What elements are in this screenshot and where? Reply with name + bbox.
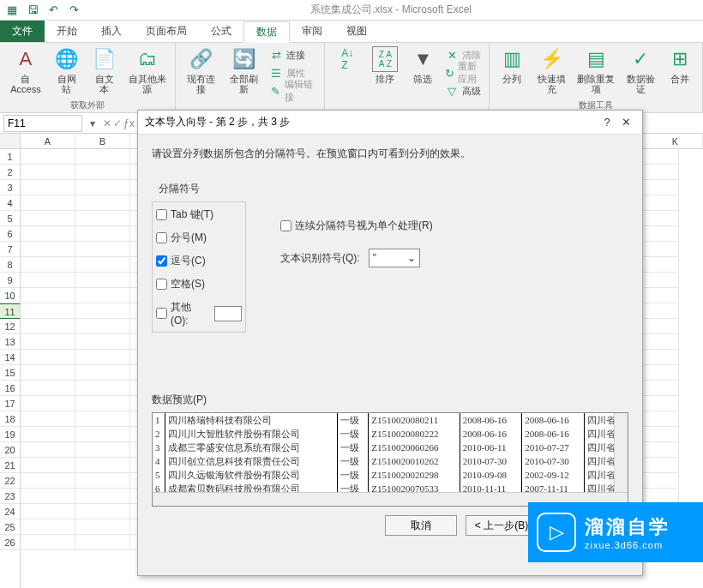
- row-header[interactable]: 7: [0, 242, 20, 257]
- undo-icon[interactable]: ↶: [45, 2, 62, 19]
- row-header[interactable]: 17: [0, 396, 20, 411]
- other-checkbox[interactable]: 其他(O):: [156, 300, 242, 327]
- dedup-button[interactable]: ▤删除重复项: [574, 45, 618, 99]
- close-icon[interactable]: ✕: [616, 116, 635, 129]
- consolidate-icon: ⊞: [667, 46, 693, 72]
- cancel-button[interactable]: 取消: [385, 515, 457, 536]
- preview-label: 数据预览(P): [152, 393, 628, 407]
- row-headers: 1 2 3 4 5 6 7 8 9 10 11 12 13 14 15 16 1…: [0, 149, 21, 588]
- fx-icon[interactable]: ƒx: [123, 117, 135, 129]
- space-checkbox[interactable]: 空格(S): [156, 277, 242, 291]
- help-button[interactable]: ?: [598, 116, 616, 129]
- namebox-dropdown-icon[interactable]: ▾: [86, 117, 99, 129]
- chevron-down-icon: ⌄: [407, 252, 416, 264]
- sort-button[interactable]: Z AA Z排序: [368, 45, 402, 112]
- refresh-all-button[interactable]: 🔄全部刷新: [225, 45, 265, 112]
- tab-home[interactable]: 开始: [45, 21, 89, 42]
- connections-row[interactable]: ⇄连接: [269, 46, 317, 63]
- back-button[interactable]: < 上一步(B): [466, 515, 538, 536]
- select-all-corner[interactable]: [0, 134, 21, 149]
- row-header[interactable]: 3: [0, 180, 20, 195]
- access-icon: A: [13, 46, 39, 72]
- confirm-icon[interactable]: ✓: [113, 117, 122, 129]
- ribbon-group-connections: 🔗现有连接 🔄全部刷新 ⇄连接 ☰属性 ✎编辑链接: [176, 43, 325, 112]
- row-header[interactable]: 23: [0, 489, 20, 504]
- texttocol-icon: ▥: [499, 46, 525, 72]
- consolidate-button[interactable]: ⊞合并: [663, 45, 697, 99]
- row-header[interactable]: 16: [0, 381, 20, 396]
- row-header[interactable]: 14: [0, 350, 20, 365]
- name-box[interactable]: F11: [3, 115, 82, 132]
- other-input[interactable]: [214, 306, 242, 321]
- col-header[interactable]: K: [648, 134, 703, 148]
- row-header[interactable]: 8: [0, 257, 20, 273]
- row-header[interactable]: 22: [0, 473, 20, 489]
- excel-icon: ▦: [3, 2, 21, 19]
- dialog-title: 文本导入向导 - 第 2 步，共 3 步: [145, 115, 598, 129]
- filter-icon: ▼: [410, 46, 436, 72]
- tab-view[interactable]: 视图: [334, 21, 379, 42]
- from-access-button[interactable]: A自 Access: [5, 45, 46, 99]
- row-header[interactable]: 15: [0, 365, 20, 381]
- row-header[interactable]: 19: [0, 427, 20, 442]
- tab-page[interactable]: 页面布局: [134, 21, 199, 42]
- row-header[interactable]: 12: [0, 319, 20, 334]
- text-icon: 📄: [92, 46, 117, 72]
- qualifier-dropdown[interactable]: " ⌄: [369, 249, 420, 267]
- row-header[interactable]: 6: [0, 226, 20, 242]
- ribbon-group-sort: A↓Z Z AA Z排序 ▼筛选 ✕清除 ↻重新应用 ▽高级: [325, 43, 490, 112]
- semicolon-checkbox[interactable]: 分号(M): [156, 231, 242, 245]
- tab-review[interactable]: 审阅: [290, 21, 334, 42]
- row-header[interactable]: 21: [0, 458, 20, 473]
- from-other-button[interactable]: 🗂自其他来源: [125, 45, 170, 99]
- flashfill-icon: ⚡: [538, 46, 564, 72]
- row-header[interactable]: 2: [0, 165, 20, 180]
- property-icon: ☰: [269, 66, 283, 80]
- row-header[interactable]: 11: [0, 303, 20, 319]
- watermark-title: 溜溜自学: [585, 514, 670, 540]
- sort-az-icon: A↓Z: [334, 46, 360, 72]
- advanced-row[interactable]: ▽高级: [445, 82, 482, 99]
- tab-file[interactable]: 文件: [0, 21, 45, 42]
- datavalid-button[interactable]: ✓数据验证: [622, 45, 659, 99]
- row-header[interactable]: 9: [0, 273, 20, 288]
- row-header[interactable]: 20: [0, 442, 20, 458]
- title-bar: ▦ 🖫 ↶ ↷ 系统集成公司.xlsx - Microsoft Excel: [0, 0, 703, 21]
- from-web-button[interactable]: 🌐自网站: [50, 45, 84, 99]
- tab-insert[interactable]: 插入: [89, 21, 134, 42]
- flashfill-button[interactable]: ⚡快速填充: [532, 45, 570, 99]
- col-header[interactable]: A: [21, 134, 75, 148]
- tab-formula[interactable]: 公式: [199, 21, 243, 42]
- row-header[interactable]: 18: [0, 411, 20, 427]
- row-header[interactable]: 25: [0, 519, 20, 535]
- redo-icon[interactable]: ↷: [65, 2, 82, 19]
- consecutive-checkbox[interactable]: 连续分隔符号视为单个处理(R): [280, 219, 433, 233]
- watermark: ▷ 溜溜自学 zixue.3d66.com: [528, 502, 703, 562]
- row-header[interactable]: 24: [0, 504, 20, 519]
- existing-conn-button[interactable]: 🔗现有连接: [181, 45, 221, 112]
- quick-access-toolbar: ▦ 🖫 ↶ ↷: [3, 2, 82, 19]
- qualifier-label: 文本识别符号(Q):: [280, 251, 360, 266]
- filter-button[interactable]: ▼筛选: [406, 45, 440, 112]
- other-src-icon: 🗂: [135, 46, 160, 72]
- row-header[interactable]: 13: [0, 334, 20, 350]
- text-to-col-button[interactable]: ▥分列: [495, 45, 529, 99]
- ribbon-tabs: 文件 开始 插入 页面布局 公式 数据 审阅 视图: [0, 21, 703, 43]
- comma-checkbox[interactable]: 逗号(C): [156, 254, 242, 268]
- row-header[interactable]: 26: [0, 535, 20, 550]
- cancel-icon[interactable]: ✕: [103, 117, 111, 129]
- tab-data[interactable]: 数据: [243, 21, 290, 43]
- from-text-button[interactable]: 📄自文本: [87, 45, 122, 99]
- data-preview: 1四川格瑞特科技有限公司一级Z15100200802112008-06-1620…: [152, 412, 628, 507]
- advanced-icon: ▽: [445, 84, 459, 98]
- refresh-icon: 🔄: [231, 46, 257, 72]
- row-header[interactable]: 10: [0, 288, 20, 303]
- row-header[interactable]: 1: [0, 149, 20, 165]
- save-icon[interactable]: 🖫: [24, 2, 41, 19]
- tab-checkbox[interactable]: Tab 键(T): [156, 207, 242, 222]
- col-header[interactable]: B: [75, 134, 130, 148]
- row-header[interactable]: 4: [0, 195, 20, 211]
- sort-az-button[interactable]: A↓Z: [330, 45, 364, 112]
- vertical-scrollbar[interactable]: [614, 413, 628, 492]
- row-header[interactable]: 5: [0, 211, 20, 226]
